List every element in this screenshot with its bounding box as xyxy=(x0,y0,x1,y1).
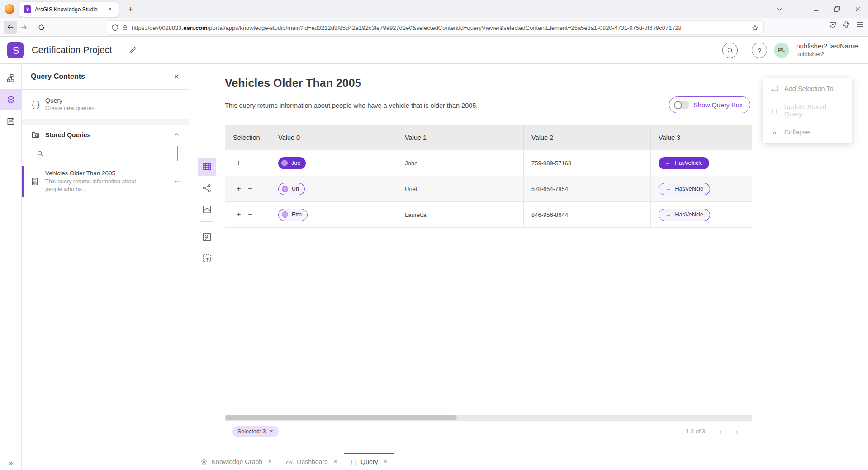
url-text[interactable]: https://dev0028833.esri.com/portal/apps/… xyxy=(132,24,752,31)
edit-pencil-icon[interactable] xyxy=(128,46,137,54)
menu-item-update-stored-query[interactable]: { } Update Stored Query xyxy=(763,100,852,121)
menu-item-collapse[interactable]: » Collapse xyxy=(763,121,852,143)
tab-close-icon[interactable]: ✕ xyxy=(333,459,337,465)
tab-close-icon[interactable]: ✕ xyxy=(106,5,114,13)
menu-item-label: Collapse xyxy=(784,129,810,136)
bookmark-star-icon[interactable] xyxy=(752,24,759,31)
window-controls xyxy=(806,0,868,18)
entity-pill[interactable]: Uri xyxy=(278,183,305,195)
map-selection-view-icon[interactable] xyxy=(198,228,216,246)
back-icon[interactable] xyxy=(4,21,17,34)
table-row[interactable]: + − Uri Uriel 578-654-7854 →HasVehicle xyxy=(225,176,752,202)
menu-item-add-selection-to[interactable]: Add Selection To xyxy=(763,78,852,100)
chevron-up-icon[interactable] xyxy=(174,132,180,138)
left-rail: » xyxy=(0,64,22,470)
tracking-shield-icon[interactable] xyxy=(112,24,119,31)
column-header-value2[interactable]: Value 2 xyxy=(524,125,651,150)
query-contents-panel: Query Contents ✕ { } Query Create new qu… xyxy=(22,64,189,470)
relationship-pill[interactable]: →HasVehicle xyxy=(659,209,710,221)
column-header-value3[interactable]: Value 3 xyxy=(651,125,752,150)
dashboard-gauge-icon xyxy=(285,458,293,465)
scrollbar-thumb[interactable] xyxy=(225,415,457,420)
link-chart-view-icon[interactable] xyxy=(198,179,216,197)
tab-knowledge-graph[interactable]: Knowledge Graph ✕ xyxy=(194,453,279,470)
reload-icon[interactable] xyxy=(34,21,48,34)
rail-item-save[interactable] xyxy=(0,110,22,132)
results-table: Selection Value 0 Value 1 Value 2 Value … xyxy=(225,125,752,442)
lock-icon[interactable] xyxy=(122,24,128,31)
user-name-block[interactable]: publisher2 lastName publisher2 xyxy=(796,42,858,58)
add-to-selection-icon[interactable]: + xyxy=(237,159,241,167)
tool-divider xyxy=(200,221,213,222)
firefox-icon[interactable] xyxy=(5,4,14,14)
relationship-label: HasVehicle xyxy=(675,211,704,218)
toggle-switch[interactable] xyxy=(674,101,689,109)
new-tab-button[interactable]: + xyxy=(128,5,133,14)
menu-hamburger-icon[interactable] xyxy=(856,21,863,28)
table-row[interactable]: + − Joe John 759-889-57168 →HasVehicle xyxy=(225,150,752,176)
tab-query[interactable]: { } Query ✕ xyxy=(344,453,394,470)
browser-tab-active[interactable]: ArcGIS Knowledge Studio ✕ xyxy=(19,2,119,17)
search-input[interactable] xyxy=(47,150,173,157)
table-row[interactable]: + − Etta Lauretta 846-956-8644 →HasVehic… xyxy=(225,202,752,228)
remove-from-selection-icon[interactable]: − xyxy=(248,185,252,193)
tab-close-icon[interactable]: ✕ xyxy=(383,459,387,465)
restore-icon[interactable] xyxy=(826,0,847,18)
braces-icon: { } xyxy=(351,458,356,465)
pocket-icon[interactable] xyxy=(829,21,836,28)
map-view-icon[interactable] xyxy=(198,200,216,218)
url-prefix: https://dev0028833. xyxy=(132,24,183,31)
column-header-selection[interactable]: Selection xyxy=(225,125,270,150)
stored-queries-search[interactable] xyxy=(33,146,178,161)
tab-label: Knowledge Graph xyxy=(212,458,262,465)
selected-indicator-bar xyxy=(22,166,24,197)
main-area: Vehicles Older Than 2005 This query retu… xyxy=(189,64,868,453)
forward-icon[interactable] xyxy=(17,21,31,34)
browser-tab-title: ArcGIS Knowledge Studio xyxy=(35,6,106,13)
relationship-pill[interactable]: →HasVehicle xyxy=(659,183,710,195)
rail-item-contents[interactable] xyxy=(0,89,22,110)
relationship-label: HasVehicle xyxy=(675,186,704,192)
entity-label: Joe xyxy=(291,160,300,166)
column-header-value1[interactable]: Value 1 xyxy=(397,125,524,150)
column-header-value0[interactable]: Value 0 xyxy=(270,125,397,150)
clear-selection-icon[interactable]: ✕ xyxy=(270,428,274,434)
horizontal-scrollbar[interactable] xyxy=(225,415,752,420)
remove-from-selection-icon[interactable]: − xyxy=(248,211,252,219)
remove-from-selection-icon[interactable]: − xyxy=(248,159,252,167)
list-tabs-icon[interactable] xyxy=(771,0,787,18)
url-bar[interactable]: https://dev0028833.esri.com/portal/apps/… xyxy=(107,21,763,34)
avatar[interactable]: PL xyxy=(774,43,789,58)
next-page-icon[interactable]: › xyxy=(735,427,738,436)
new-query-item[interactable]: { } Query Create new queries xyxy=(22,90,189,119)
expand-rail-icon[interactable]: » xyxy=(0,459,22,467)
add-to-selection-icon[interactable]: + xyxy=(237,185,241,193)
selected-count-chip[interactable]: Selected: 3 ✕ xyxy=(232,426,279,437)
arrow-right-icon: → xyxy=(665,186,671,192)
extensions-puzzle-icon[interactable] xyxy=(843,21,850,28)
close-window-icon[interactable] xyxy=(847,0,868,18)
page-description: This query returns information about peo… xyxy=(225,102,478,109)
help-icon[interactable]: ? xyxy=(752,43,767,58)
project-title: Certification Project xyxy=(32,45,112,55)
previous-page-icon[interactable]: ‹ xyxy=(719,427,721,436)
select-tool-icon[interactable] xyxy=(198,249,216,267)
tab-close-icon[interactable]: ✕ xyxy=(268,459,272,465)
panel-close-icon[interactable]: ✕ xyxy=(174,72,180,81)
cell-value2: 578-654-7854 xyxy=(524,176,651,201)
entity-pill[interactable]: Joe xyxy=(278,157,306,169)
entity-pill[interactable]: Etta xyxy=(278,209,308,221)
add-to-selection-icon[interactable]: + xyxy=(237,211,241,219)
bottom-tab-bar: Knowledge Graph ✕ Dashboard ✕ { } Query … xyxy=(189,453,868,470)
rail-item-data-model[interactable] xyxy=(0,67,22,89)
app-header: Certification Project ? PL publisher2 la… xyxy=(0,37,868,64)
relationship-pill[interactable]: →HasVehicle xyxy=(659,157,709,169)
table-view-icon[interactable] xyxy=(198,158,216,176)
show-query-box-toggle[interactable]: Show Query Box xyxy=(669,96,750,113)
search-icon[interactable] xyxy=(722,43,738,58)
stored-queries-header[interactable]: Stored Queries xyxy=(22,125,189,144)
stored-query-menu-icon[interactable]: ••• xyxy=(175,179,181,184)
tab-dashboard[interactable]: Dashboard ✕ xyxy=(279,453,344,470)
stored-query-item[interactable]: Vehicles Older Than 2005 This query retu… xyxy=(22,166,189,197)
minimize-icon[interactable] xyxy=(806,0,826,18)
